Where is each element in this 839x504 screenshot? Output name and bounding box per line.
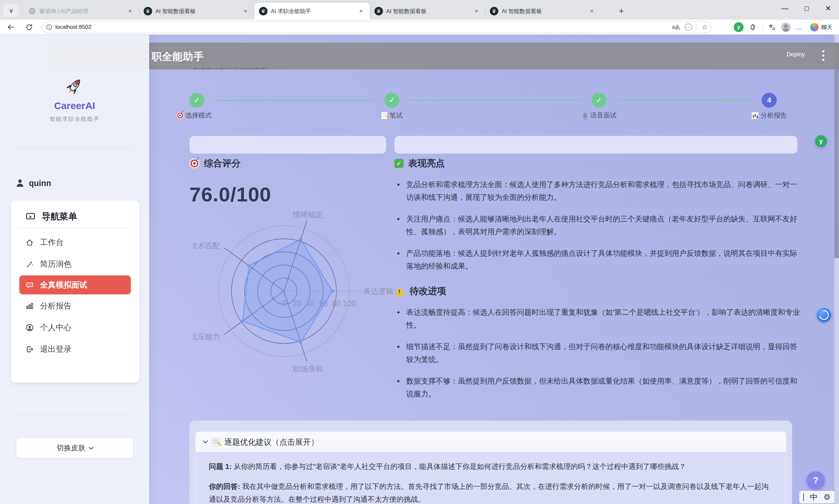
app-menu-icon[interactable]: ••• (820, 49, 826, 62)
gear-icon[interactable]: ⚙ (823, 492, 831, 502)
refresh-button[interactable] (23, 21, 35, 33)
theme-switch-label: 切换皮肤 (57, 443, 86, 453)
question-1: 问题 1: 从你的简历看，你参与过"老宿谈"老年人社交平台的项目，能具体描述下你… (209, 460, 773, 473)
floating-chat-button[interactable] (817, 308, 831, 322)
chart-icon (25, 302, 34, 310)
nav-items: 工作台简历润色全真模拟面试分析报告个人中心退出登录 (11, 232, 139, 360)
ime-indicator[interactable]: 中 ⚙ (799, 491, 834, 503)
answer-text: 我在其中做竞品分析和需求梳理，用了以下的方法。首先寻找了市场上的一部分竞品。其次… (209, 482, 769, 503)
suggestions-expander: 逐题优化建议（点击展开） 问题 1: 从你的简历看，你参与过"老宿谈"老年人社交… (195, 432, 786, 504)
highlights-title-row: ✓ 表现亮点 (394, 157, 801, 169)
tab-close-icon[interactable]: × (587, 7, 596, 15)
bullet-item: 细节描述不足：虽然提到了问卷设计和线下沟通，但对于问卷的核心维度和功能模块的具体… (394, 340, 801, 366)
suggestions-card: 逐题优化建议（点击展开） 问题 1: 从你的简历看，你参与过"老宿谈"老年人社交… (189, 420, 792, 504)
sidebar-item-简历润色[interactable]: 简历润色 (11, 253, 139, 275)
browser-window: ∨ 翟苌坤 | AI产品经理×♛AI 智能数据看板×♛AI 求职全能助手×♛AI… (0, 0, 839, 504)
sidebar-item-个人中心[interactable]: 个人中心 (11, 317, 139, 338)
app-header: 职全能助手 多维度分析后的智能页面 Deploy ••• (48, 42, 839, 69)
copilot-icon (810, 23, 819, 32)
app-title-clipped: 职全能助手 (152, 50, 204, 64)
chat-icon (25, 281, 34, 289)
extension-y-icon[interactable]: y (734, 22, 743, 32)
sidebar-item-分析报告[interactable]: 分析报告 (11, 295, 139, 317)
refresh-icon (25, 23, 33, 31)
question-label: 问题 1: (209, 463, 232, 471)
translate-icon[interactable]: aあ (672, 24, 680, 31)
bullet-item: 关注用户痛点：候选人能够清晰地列出老年人在使用社交平台时的三个关键痛点（老年友好… (394, 213, 801, 238)
step-target-icon (177, 112, 184, 119)
chevron-down-icon (88, 445, 93, 450)
browser-tab[interactable]: 翟苌坤 | AI产品经理× (23, 3, 139, 20)
theme-switch-button[interactable]: 切换皮肤 (16, 438, 133, 458)
radar-chart: 020406080100情绪稳定表达逻辑职场亲和抗压能力技术匹配 (193, 211, 390, 376)
overall-score: 76.0/100 (189, 183, 390, 206)
deploy-button[interactable]: Deploy (787, 51, 805, 58)
svg-text:100: 100 (343, 299, 356, 308)
back-button[interactable] (5, 21, 17, 33)
tab-close-icon[interactable]: × (357, 7, 365, 15)
step-mic-icon (583, 113, 587, 118)
copilot-button[interactable]: 聊天 (808, 22, 836, 33)
browser-tab[interactable]: ♛AI 智能数据看板× (485, 3, 601, 20)
tab-title: 翟苌坤 | AI产品经理 (39, 7, 123, 15)
divider (19, 228, 131, 228)
minimize-button[interactable]: — (774, 0, 796, 17)
site-info-icon[interactable] (46, 23, 53, 31)
maximize-button[interactable] (796, 0, 817, 17)
divider (762, 23, 763, 31)
step-connector (410, 100, 581, 101)
favorite-star-icon[interactable]: ☆ (702, 23, 708, 31)
back-arrow-icon (6, 23, 15, 32)
page-scrollbar-track[interactable] (834, 35, 839, 504)
step-label-2: 笔试 (381, 111, 403, 120)
browser-toolbar: localhost:8502 aあ ⋯ ☆ y … 聊天 (0, 20, 839, 35)
score-section-title-row: 综合评分 (189, 157, 390, 169)
ime-caret (803, 493, 804, 501)
tab-close-icon[interactable]: × (472, 7, 481, 15)
user-row: quinn (15, 178, 51, 188)
help-button[interactable]: ? (807, 471, 825, 490)
svg-text:技术匹配: 技术匹配 (193, 241, 220, 250)
floating-extension-button[interactable]: y (815, 135, 827, 147)
sidebar-item-工作台[interactable]: 工作台 (11, 232, 139, 253)
svg-text:情绪稳定: 情绪稳定 (292, 211, 323, 219)
home-icon (25, 238, 34, 247)
step-circle-2: ✓ (384, 93, 399, 108)
sidebar-item-label: 个人中心 (40, 322, 71, 333)
radar-chart-svg: 020406080100情绪稳定表达逻辑职场亲和抗压能力技术匹配 (193, 211, 393, 374)
feedback-column: ✓ 表现亮点 竞品分析和需求梳理方法全面：候选人使用了多种方法进行竞品分析和需求… (394, 157, 801, 409)
improvements-list: 表达流畅度待提高：候选人在回答问题时出现了重复和犹豫（如'第二个是嗯线上社交平台… (394, 306, 801, 400)
tab-close-icon[interactable]: × (126, 7, 134, 15)
collections-icon[interactable] (768, 23, 776, 32)
browser-tab[interactable]: ♛AI 求职全能助手× (254, 3, 370, 20)
step-label-text: 笔试 (390, 111, 403, 120)
monitor-icon (25, 211, 36, 222)
browser-tab[interactable]: ♛AI 智能数据看板× (370, 3, 485, 20)
profile-avatar[interactable] (781, 23, 790, 32)
user-icon (25, 323, 34, 332)
target-icon (189, 159, 199, 168)
step-connector (215, 100, 374, 101)
new-tab-button[interactable]: + (616, 5, 627, 16)
address-more-icon[interactable]: ⋯ (685, 23, 692, 31)
tab-search-button[interactable]: ∨ (3, 4, 19, 17)
ime-language[interactable]: 中 (810, 492, 817, 502)
url-text[interactable]: localhost:8502 (55, 24, 672, 31)
globe-favicon (28, 7, 36, 15)
browser-tab-bar: ∨ 翟苌坤 | AI产品经理×♛AI 智能数据看板×♛AI 求职全能助手×♛AI… (0, 0, 839, 20)
address-bar[interactable]: localhost:8502 aあ ⋯ ☆ (42, 21, 712, 33)
sidebar-item-退出登录[interactable]: 退出登录 (11, 338, 139, 360)
logout-icon (25, 345, 34, 354)
page-scrollbar-thumb[interactable] (834, 43, 839, 258)
extensions-puzzle-icon[interactable] (749, 23, 757, 32)
settings-menu-icon[interactable]: … (796, 23, 803, 31)
svg-text:职场亲和: 职场亲和 (292, 365, 323, 373)
tab-close-icon[interactable]: × (241, 7, 250, 15)
step-circle-1: ✓ (189, 93, 204, 108)
expander-header[interactable]: 逐题优化建议（点击展开） (196, 432, 786, 452)
sidebar: CareerAI 智能求职全能助手 quinn 导航菜单 工作台简历润色全真模拟… (0, 35, 149, 504)
close-button[interactable]: ✕ (817, 0, 839, 17)
browser-tab[interactable]: ♛AI 智能数据看板× (139, 3, 254, 20)
sidebar-item-全真模拟面试[interactable]: 全真模拟面试 (19, 275, 131, 294)
step-circle-4: 4 (761, 93, 777, 108)
